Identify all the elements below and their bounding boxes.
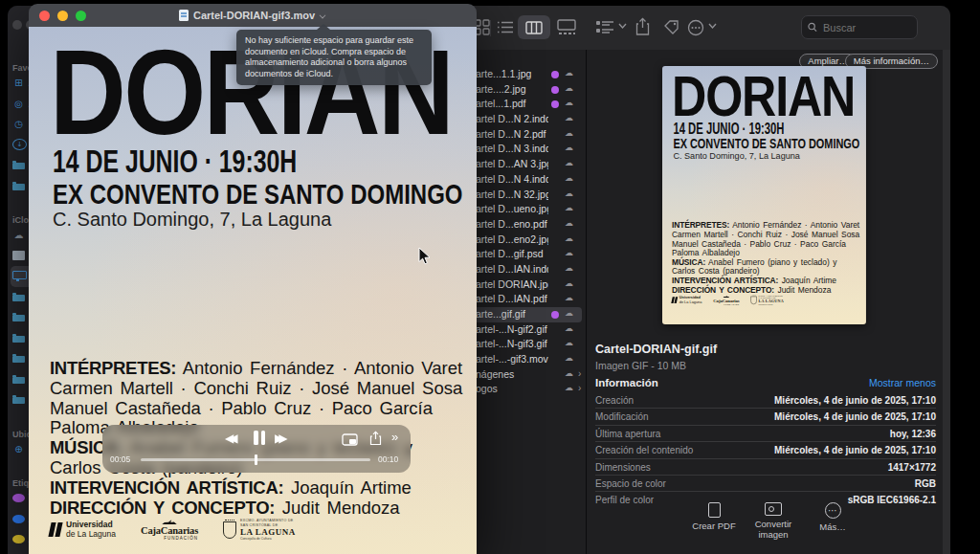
- cajacanarias-logo: CajaCanarias FUNDACIÓN: [141, 519, 198, 541]
- info-value: hoy, 12:36: [890, 429, 936, 439]
- poster-title: DORIAN: [672, 68, 855, 124]
- close-button[interactable]: [39, 11, 50, 21]
- sidebar-item-icon: [12, 535, 25, 543]
- column-view-button[interactable]: [518, 15, 550, 39]
- list-view-button[interactable]: [497, 19, 514, 35]
- info-section-header: Información: [595, 377, 658, 388]
- rewind-button[interactable]: [225, 432, 233, 445]
- icloud-status-icon: [565, 263, 573, 273]
- sidebar-item-icon: [12, 98, 25, 110]
- icloud-status-icon: [565, 323, 573, 333]
- file-name: artel D...gif.psd: [476, 248, 548, 259]
- quick-action-button[interactable]: Más…: [806, 502, 859, 540]
- share-button[interactable]: [635, 17, 650, 36]
- icloud-status-icon: [565, 218, 573, 228]
- icloud-warning-tooltip: No hay suficiente espacio para guardar e…: [236, 30, 432, 85]
- file-name: arte....2.jpg: [476, 83, 548, 95]
- poster-venue: EX CONVENTO DE SANTO DOMINGO: [53, 178, 463, 211]
- search-input[interactable]: [821, 21, 911, 34]
- file-name: artel-...-gif3.mov: [476, 353, 548, 365]
- file-name: artel D...N 4.indd: [476, 173, 548, 185]
- icloud-status-icon: [565, 383, 573, 392]
- icloud-status-icon: [565, 203, 573, 212]
- poster-credits: INTÉRPRETES: Antonio Fernández · Antonio…: [672, 221, 860, 295]
- group-button[interactable]: [595, 19, 614, 35]
- file-name: arte...1.1.jpg: [476, 68, 548, 79]
- icloud-status-icon: [565, 308, 573, 318]
- icloud-status-icon: [565, 113, 573, 122]
- window-controls[interactable]: [39, 11, 86, 21]
- document-icon: [179, 10, 189, 21]
- info-row: Espacio de color RGB: [595, 476, 936, 492]
- preview-file-title: Cartel-DORIAN-gif.gif: [595, 343, 717, 356]
- info-value: sRGB IEC61966-2.1: [848, 495, 936, 505]
- tag-button[interactable]: [663, 19, 680, 36]
- info-label: Modificación: [595, 411, 649, 422]
- fast-forward-button[interactable]: [275, 432, 282, 445]
- slider-thumb[interactable]: [255, 454, 257, 465]
- cajacanarias-logo: CajaCanarias FUNDACIÓN: [713, 295, 739, 305]
- chevron-right-icon: [578, 383, 581, 393]
- info-value: 1417×1772: [888, 462, 936, 473]
- icloud-status-icon: [565, 368, 573, 378]
- picture-in-picture-button[interactable]: [342, 432, 358, 450]
- poster-logos: Universidadde La Laguna CajaCanarias FUN…: [672, 295, 784, 305]
- zoom-button[interactable]: [76, 11, 86, 21]
- poster-venue: EX CONVENTO DE SANTO DOMINGO: [673, 137, 859, 152]
- sidebar-item-icon: [12, 397, 25, 404]
- file-name: artel D...eno.pdf: [476, 218, 548, 230]
- file-name: artel D...AN 3.jpg: [476, 158, 548, 169]
- file-name: artel D...N 2.pdf: [476, 128, 548, 140]
- playback-slider[interactable]: [141, 458, 370, 461]
- window-title: Cartel-DORIAN-gif3.mov: [193, 10, 315, 21]
- minimize-button[interactable]: [57, 11, 68, 21]
- share-button[interactable]: [369, 431, 382, 450]
- dorian-poster: DORIAN 14 DE JUNIO · 19:30H EX CONVENTO …: [662, 66, 866, 324]
- show-less-link[interactable]: Mostrar menos: [869, 377, 936, 388]
- search-field[interactable]: [801, 15, 918, 39]
- quicklook-titlebar[interactable]: Cartel-DORIAN-gif3.mov: [29, 4, 477, 27]
- icloud-status-icon: [565, 293, 573, 302]
- scrollbar-track[interactable]: [943, 50, 950, 554]
- poster-logos: Universidadde La Laguna CajaCanarias FUN…: [50, 519, 296, 542]
- file-name: artel-...N-gif2.gif: [476, 323, 548, 335]
- sidebar-item-icon: [12, 77, 25, 89]
- media-player-overlay: 00:05 00:10: [102, 425, 411, 473]
- purple-tag-dot: [551, 71, 559, 78]
- quick-action-icon: [708, 502, 721, 518]
- icloud-status-icon: [565, 68, 573, 78]
- file-name: artel-...N-gif3.gif: [476, 338, 548, 349]
- preview-pane: Ampliar… Más información… DORIAN 14 DE J…: [587, 50, 943, 554]
- sidebar-item-icon: [12, 315, 25, 321]
- chevron-down-icon: [708, 23, 717, 30]
- sidebar-item-icon: [12, 118, 25, 130]
- file-name: artel D...IAN.indd: [476, 263, 548, 275]
- file-thumbnail[interactable]: DORIAN 14 DE JUNIO · 19:30H EX CONVENTO …: [662, 66, 866, 324]
- dorian-poster: DORIAN 14 DE JUNIO · 19:30H EX CONVENTO …: [29, 27, 477, 554]
- quick-action-button[interactable]: Crear PDF: [687, 502, 741, 540]
- sidebar-item-icon: [12, 515, 25, 523]
- info-row: Creación Miércoles, 4 de junio de 2025, …: [595, 392, 936, 409]
- info-value: Miércoles, 4 de junio de 2025, 17:10: [774, 395, 936, 406]
- tooltip-arrow: [317, 24, 330, 30]
- more-chevrons-icon[interactable]: [391, 430, 398, 444]
- more-actions-button[interactable]: [687, 19, 704, 36]
- gallery-view-button[interactable]: [557, 19, 576, 35]
- file-name: artel D...IAN.pdf: [476, 293, 548, 304]
- icloud-status-icon: [565, 158, 573, 167]
- info-label: Creación del contenido: [595, 445, 693, 455]
- sidebar-item-icon: [12, 377, 25, 384]
- sidebar-item-icon: [12, 295, 25, 301]
- icloud-status-icon: [565, 278, 573, 288]
- sidebar-item-icon: [12, 184, 25, 190]
- remaining-time: 00:10: [378, 454, 398, 464]
- quick-action-label: Más…: [819, 521, 845, 532]
- quick-action-button[interactable]: Convertir imagen: [746, 502, 800, 540]
- quicklook-content: DORIAN 14 DE JUNIO · 19:30H EX CONVENTO …: [29, 27, 477, 554]
- icloud-status-icon: [565, 143, 573, 152]
- close-button[interactable]: [12, 20, 22, 30]
- file-name: artel D...ueno.jpg: [476, 203, 548, 214]
- pause-button[interactable]: [254, 431, 267, 445]
- ull-logo: Universidadde La Laguna: [672, 296, 702, 304]
- chevron-down-icon: [618, 23, 627, 30]
